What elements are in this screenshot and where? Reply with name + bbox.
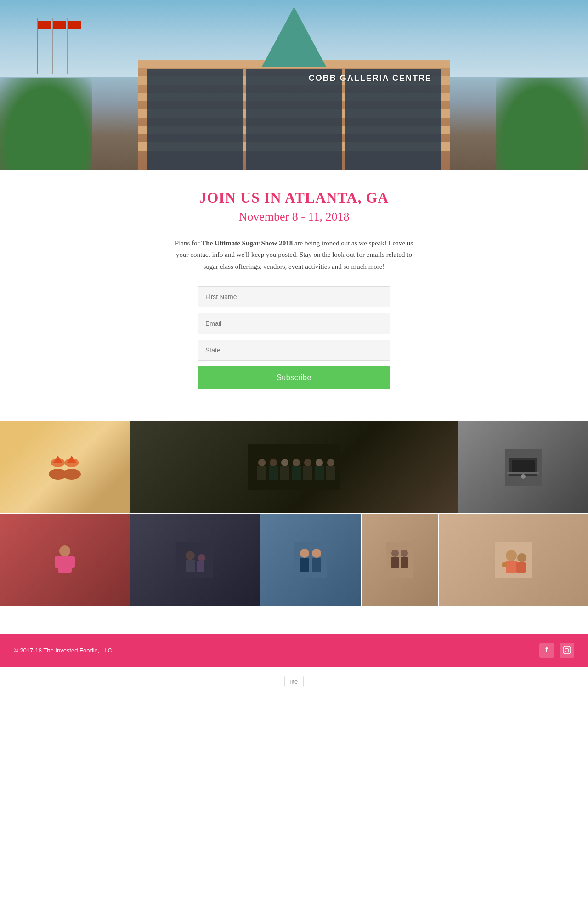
photo-grid-row1 <box>0 421 588 513</box>
svg-point-7 <box>258 459 266 466</box>
flag-3 <box>67 18 68 74</box>
svg-rect-14 <box>257 466 266 480</box>
svg-rect-43 <box>391 557 399 568</box>
footer: © 2017-18 The Invested Foodie, LLC f <box>0 634 588 667</box>
photo-8 <box>439 514 588 606</box>
event-description: Plans for The Ultimate Sugar Show 2018 a… <box>175 238 413 273</box>
photo-4 <box>0 514 130 606</box>
social-links: f <box>539 643 574 658</box>
svg-point-24 <box>521 474 526 479</box>
svg-rect-35 <box>294 542 327 578</box>
demo-svg <box>176 542 213 578</box>
photo-demo <box>130 514 260 606</box>
trees-left <box>0 78 92 170</box>
svg-rect-19 <box>315 466 324 480</box>
powered-by-section: lite <box>0 667 588 697</box>
svg-rect-38 <box>300 558 309 572</box>
pyramid-roof <box>262 7 326 67</box>
svg-point-26 <box>59 545 70 556</box>
event-name: The Ultimate Sugar Show 2018 <box>201 239 293 247</box>
building-windows <box>147 69 441 170</box>
svg-rect-51 <box>563 646 571 654</box>
svg-rect-25 <box>507 472 539 474</box>
svg-point-37 <box>312 549 321 558</box>
building-facade: COBB GALLERIA CENTRE <box>138 60 450 170</box>
hero-banner: COBB GALLERIA CENTRE <box>0 0 588 170</box>
copyright-text: © 2017-18 The Invested Foodie, LLC <box>14 647 112 654</box>
svg-rect-34 <box>197 561 204 572</box>
photo-group <box>130 421 458 513</box>
svg-point-46 <box>506 550 517 561</box>
photo-5 <box>130 514 260 606</box>
svg-rect-29 <box>69 556 75 568</box>
svg-point-8 <box>270 459 277 466</box>
svg-rect-28 <box>55 556 60 568</box>
photo-pink-lady <box>0 514 130 606</box>
svg-rect-39 <box>312 558 321 572</box>
photo-two-ladies <box>260 514 361 606</box>
photo-2 <box>130 421 458 513</box>
photo-selfie <box>439 514 588 606</box>
photo-hands <box>0 421 130 513</box>
main-content: JOIN US IN ATLANTA, GA November 8 - 11, … <box>133 170 455 421</box>
event-date: November 8 - 11, 2018 <box>142 210 446 224</box>
powered-badge: lite <box>284 676 304 687</box>
svg-point-53 <box>569 648 570 649</box>
svg-point-32 <box>198 554 205 561</box>
building-sign: COBB GALLERIA CENTRE <box>309 74 432 83</box>
group-svg <box>248 444 340 490</box>
signup-form: Subscribe <box>198 286 390 389</box>
hands-svg <box>46 449 83 486</box>
state-input[interactable] <box>198 340 390 361</box>
subscribe-button[interactable]: Subscribe <box>198 366 390 389</box>
photo-booth <box>458 421 588 513</box>
photo-6 <box>260 514 361 606</box>
first-name-input[interactable] <box>198 286 390 307</box>
svg-rect-44 <box>401 557 408 568</box>
svg-point-50 <box>502 562 507 567</box>
photo-grid-row2 <box>0 514 588 606</box>
svg-point-9 <box>281 459 288 466</box>
facebook-icon[interactable]: f <box>539 643 554 658</box>
svg-point-11 <box>304 459 311 466</box>
photo-1 <box>0 421 130 513</box>
svg-point-36 <box>300 549 309 558</box>
email-input[interactable] <box>198 313 390 334</box>
svg-point-13 <box>327 459 334 466</box>
photo-group-small <box>362 514 438 606</box>
svg-rect-16 <box>280 466 289 480</box>
svg-point-31 <box>186 551 195 560</box>
svg-rect-15 <box>269 466 278 480</box>
trees-right <box>496 78 588 170</box>
svg-point-42 <box>401 550 408 557</box>
svg-rect-20 <box>326 466 335 480</box>
flag-1 <box>37 18 38 74</box>
svg-point-12 <box>316 459 323 466</box>
svg-rect-17 <box>292 466 301 480</box>
booth-svg <box>505 449 542 486</box>
instagram-svg <box>563 646 571 654</box>
svg-point-52 <box>565 648 569 652</box>
svg-rect-33 <box>186 560 195 572</box>
photo-7 <box>362 514 438 606</box>
two-ladies-svg <box>294 542 327 578</box>
svg-point-1 <box>62 469 81 480</box>
instagram-icon[interactable] <box>560 643 574 658</box>
svg-point-41 <box>391 550 399 557</box>
svg-point-47 <box>517 553 526 562</box>
svg-rect-49 <box>516 562 526 573</box>
svg-rect-48 <box>506 561 517 573</box>
selfie-svg <box>495 542 532 578</box>
page-title: JOIN US IN ATLANTA, GA <box>142 188 446 208</box>
photo-3 <box>458 421 588 513</box>
person-svg-1 <box>51 542 79 578</box>
description-intro: Plans for <box>175 239 202 247</box>
svg-rect-40 <box>386 542 413 578</box>
group-small-svg <box>386 542 413 578</box>
svg-point-10 <box>293 459 300 466</box>
flag-2 <box>52 18 53 74</box>
flags-area <box>37 18 68 74</box>
svg-rect-18 <box>303 466 312 480</box>
